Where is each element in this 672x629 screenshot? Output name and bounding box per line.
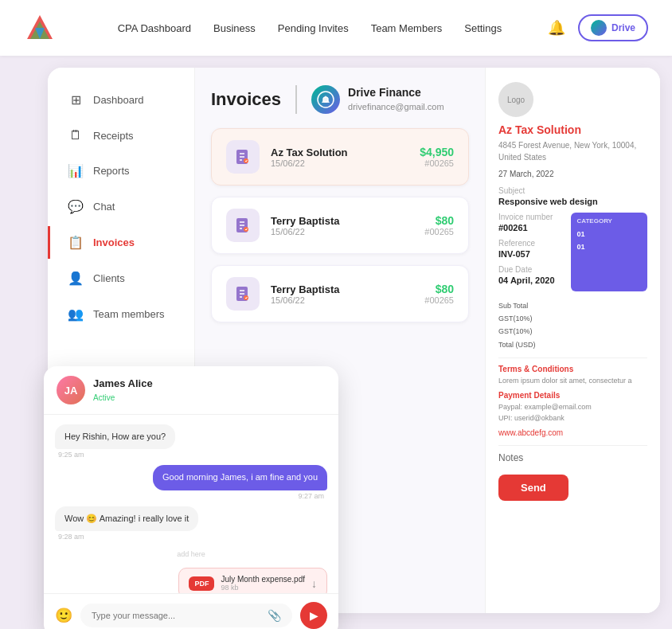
invoice-date-3: 15/06/22 (271, 295, 413, 305)
svg-point-14 (244, 227, 248, 232)
chat-footer: 🙂 📎 ▶ (44, 593, 338, 629)
category-items: 01 01 (577, 228, 642, 253)
nav-settings[interactable]: Settings (464, 22, 502, 34)
invoice-amount-1: $4,950 (420, 146, 454, 158)
invoice-info-3: Terry Baptista 15/06/22 (271, 283, 413, 305)
detail-address: 4845 Forest Avenue, New York, 10004, Uni… (498, 139, 647, 163)
invoice-name-2: Terry Baptista (271, 215, 413, 227)
sidebar-item-reports[interactable]: 📊 Reports (48, 154, 194, 187)
invoice-card-1[interactable]: Az Tax Solution 15/06/22 $4,950 #00265 (211, 128, 469, 186)
invoice-amount-2: $80 (424, 214, 454, 227)
sidebar-item-team-members[interactable]: 👥 Team members (48, 298, 194, 330)
invoice-detail-panel: Logo Az Tax Solution 4845 Forest Avenue,… (485, 68, 660, 613)
invoice-icon-2 (226, 209, 260, 242)
invoice-name-3: Terry Baptista (271, 283, 413, 295)
sidebar-item-clients[interactable]: 👤 Clients (48, 262, 194, 295)
sidebar-item-label: Receipts (93, 130, 134, 142)
send-chat-button[interactable]: ▶ (300, 602, 327, 629)
smiley-icon[interactable]: 🙂 (55, 607, 72, 624)
chat-user-status: Active (93, 393, 115, 402)
attachment-icon[interactable]: 📎 (268, 609, 281, 622)
message-row-1: Hey Rishin, How are you? 9:25 am (55, 424, 327, 459)
terms-section: Terms & Conditions Lorem ipsum dolor sit… (498, 357, 647, 438)
sidebar-item-receipts[interactable]: 🗒 Receipts (48, 119, 194, 151)
invoice-num-3: #00265 (424, 295, 454, 305)
sidebar-item-chat[interactable]: 💬 Chat (48, 190, 194, 223)
category-title: CATEGORY (577, 217, 642, 225)
invoice-doc-icon-2 (234, 217, 252, 234)
payment-label: Payment Details (498, 391, 647, 400)
due-date-label: Due Date (498, 265, 563, 274)
chat-input[interactable] (92, 611, 261, 620)
invoice-date-1: 15/06/22 (271, 158, 408, 168)
detail-date: 27 March, 2022 (498, 170, 647, 178)
svg-point-9 (244, 158, 248, 163)
drive-logo (311, 85, 340, 114)
message-time-1: 9:25 am (55, 451, 88, 459)
sidebar-item-dashboard[interactable]: ⊞ Dashboard (48, 84, 194, 116)
invoice-name-1: Az Tax Solution (271, 147, 408, 158)
invoices-header: Invoices Drive Finance drivefinance@gmai… (211, 85, 469, 114)
detail-logo: Logo (498, 82, 533, 117)
subject-label: Subject (498, 186, 647, 195)
receipts-icon: 🗒 (68, 128, 84, 143)
invoice-card-2[interactable]: Terry Baptista 15/06/22 $80 #00265 (211, 197, 469, 254)
drive-btn-label: Drive (611, 22, 635, 33)
file-message-1: PDF July Month expense.pdf 98 kb ↓ 9:30 … (55, 568, 327, 593)
terms-label: Terms & Conditions (498, 365, 647, 373)
nav-pending-invites[interactable]: Pending Invites (278, 22, 349, 34)
message-row-3: Wow 😊 Amazing! i really love it 9:28 am (55, 506, 327, 541)
website-link[interactable]: www.abcdefg.com (498, 428, 647, 437)
send-button[interactable]: Send (498, 475, 568, 501)
nav-team-members[interactable]: Team Members (371, 22, 443, 34)
logo-area (24, 12, 56, 44)
drive-text: Drive Finance drivefinance@gmail.com (348, 86, 444, 113)
sidebar-item-label: Invoices (93, 236, 135, 248)
notes-section: Notes Send (498, 445, 647, 501)
file-info-1: July Month expense.pdf 98 kb (221, 575, 305, 592)
invoice-amount-3: $80 (424, 283, 454, 295)
invoices-icon: 📋 (68, 235, 84, 250)
due-date-value: 04 April, 2020 (498, 275, 563, 285)
invoice-icon-3 (226, 277, 260, 311)
message-bubble-1: Hey Rishin, How are you? (55, 424, 175, 449)
invoice-number-label: Invoice number (498, 213, 563, 221)
invoice-number-value: #00261 (498, 223, 563, 232)
sidebar-item-label: Team members (93, 308, 165, 320)
pdf-icon-1: PDF (189, 576, 214, 591)
team-icon: 👥 (68, 307, 84, 322)
bell-icon[interactable]: 🔔 (548, 19, 565, 37)
download-icon-1[interactable]: ↓ (311, 577, 317, 590)
drive-button[interactable]: Drive (578, 14, 648, 41)
chat-input-area: 📎 (80, 604, 292, 627)
nav-business[interactable]: Business (213, 22, 256, 34)
message-time-2: 9:27 am (295, 492, 327, 500)
nav-links: CPA Dashboard Business Pending Invites T… (96, 22, 524, 34)
invoice-right-2: $80 #00265 (424, 214, 454, 236)
drive-logo-icon (591, 20, 607, 36)
nav-cpa-dashboard[interactable]: CPA Dashboard (118, 22, 191, 34)
sidebar-item-label: Dashboard (93, 94, 144, 106)
category-box: CATEGORY 01 01 (571, 213, 648, 291)
logo-icon (24, 12, 56, 44)
file-name-1: July Month expense.pdf (221, 575, 305, 584)
category-item-1: 01 (577, 228, 642, 240)
sidebar-item-label: Chat (93, 201, 115, 213)
subject-value: Responsive web design (498, 197, 647, 206)
invoice-card-3[interactable]: Terry Baptista 15/06/22 $80 #00265 (211, 265, 469, 322)
subtotal-total: Total (USD) (498, 338, 647, 351)
svg-point-19 (244, 295, 248, 300)
reference-label: Reference (498, 239, 563, 248)
invoice-num-1: #00265 (420, 158, 454, 168)
message-bubble-2: Good morning James, i am fine and you (153, 465, 327, 490)
subtotal-gst2: GST(10%) (498, 325, 647, 338)
invoices-title: Invoices (211, 89, 281, 110)
payment-paypal: Paypal: example@email.com (498, 402, 647, 413)
header-divider (295, 85, 297, 114)
drive-email: drivefinance@gmail.com (348, 102, 444, 111)
message-row-2: Good morning James, i am fine and you 9:… (55, 465, 327, 499)
sidebar-item-invoices[interactable]: 📋 Invoices (48, 226, 194, 259)
payment-upi: UPI: userid@okbank (498, 413, 647, 424)
reference-value: INV-057 (498, 249, 563, 259)
file-bubble-1: PDF July Month expense.pdf 98 kb ↓ (178, 568, 327, 593)
